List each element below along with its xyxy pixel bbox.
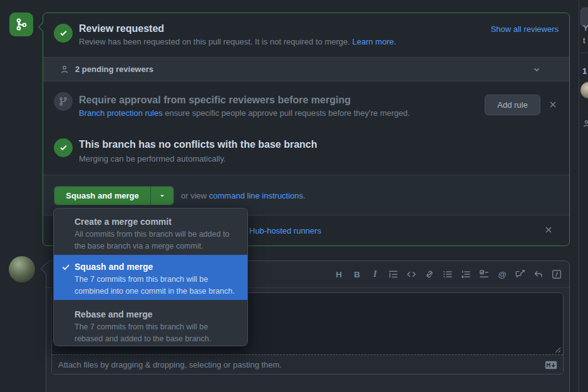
- sidebar-count-fragment: 1: [582, 66, 587, 76]
- branch-protection-link[interactable]: Branch protection rules: [79, 108, 163, 118]
- sidebar-text-fragment: Y: [583, 23, 588, 33]
- squash-and-merge-button[interactable]: Squash and merge: [54, 187, 150, 205]
- sidebar-partial-icon: [582, 119, 588, 128]
- ordered-list-icon[interactable]: [461, 269, 471, 279]
- menu-item-rebase-and-merge[interactable]: Rebase and merge The 7 commits from this…: [54, 300, 247, 346]
- menu-item-description: The 7 commits from this branch will be c…: [75, 274, 237, 297]
- menu-item-title: Rebase and merge: [75, 309, 237, 320]
- menu-item-description: All commits from this branch will be add…: [75, 229, 237, 252]
- check-icon: [61, 262, 71, 272]
- no-conflicts-title: This branch has no conflicts with the ba…: [79, 139, 317, 150]
- menu-item-squash-and-merge[interactable]: Squash and merge The 7 commits from this…: [54, 255, 247, 300]
- menu-item-create-merge-commit[interactable]: Create a merge commit All commits from t…: [54, 209, 247, 255]
- chevron-down-icon[interactable]: [532, 64, 542, 75]
- sidebar-avatar[interactable]: [580, 82, 588, 98]
- resize-gripper-icon[interactable]: [554, 346, 561, 353]
- hosted-runners-link[interactable]: Hub-hosted runners: [249, 226, 321, 235]
- task-list-icon[interactable]: [479, 269, 489, 279]
- review-requested-description: Review has been requested on this pull r…: [79, 37, 396, 46]
- sidebar-text-fragment: t: [583, 36, 585, 45]
- mention-icon[interactable]: @: [497, 269, 507, 279]
- cli-instructions-text: or view command line instructions.: [181, 191, 306, 200]
- reply-icon[interactable]: [534, 269, 544, 279]
- attach-files-bar[interactable]: Attach files by dragging & dropping, sel…: [52, 354, 563, 374]
- git-merge-badge: [9, 13, 33, 36]
- slash-commands-icon[interactable]: [552, 269, 562, 279]
- branch-protection-title: Require approval from specific reviewers…: [79, 95, 351, 106]
- markdown-toolbar: H B I: [334, 269, 562, 279]
- close-icon[interactable]: [544, 225, 554, 235]
- markdown-icon: [545, 361, 557, 369]
- git-branch-circle-icon: [54, 92, 73, 111]
- link-icon[interactable]: [425, 269, 435, 279]
- sidebar-divider: [579, 0, 579, 392]
- merge-box-notch: [38, 23, 47, 31]
- check-circle-icon: [54, 24, 73, 43]
- merge-button-group: Squash and merge: [54, 186, 174, 205]
- person-icon: [59, 64, 70, 75]
- review-requested-title: Review requested: [79, 23, 164, 34]
- no-conflicts-description: Merging can be performed automatically.: [79, 154, 226, 163]
- pending-reviewers-label: 2 pending reviewers: [75, 64, 153, 74]
- attach-files-hint: Attach files by dragging & dropping, sel…: [58, 360, 282, 369]
- sidebar-divider-line: [580, 53, 588, 53]
- menu-item-description: The 7 commits from this branch will be r…: [75, 321, 237, 344]
- cli-instructions-link[interactable]: command line instructions: [209, 191, 303, 200]
- menu-item-title: Squash and merge: [75, 261, 237, 272]
- cross-reference-icon[interactable]: [515, 269, 525, 279]
- quote-icon[interactable]: [388, 269, 398, 279]
- branch-protection-description: Branch protection rules ensure specific …: [79, 108, 410, 118]
- bold-icon[interactable]: B: [352, 269, 362, 279]
- close-icon[interactable]: [548, 100, 558, 110]
- merge-method-dropdown: Create a merge commit All commits from t…: [53, 208, 248, 346]
- code-icon[interactable]: [406, 269, 416, 279]
- learn-more-link[interactable]: Learn more.: [352, 37, 396, 46]
- menu-item-title: Create a merge commit: [75, 216, 237, 227]
- pull-request-merge-page: Review requested Review has been request…: [0, 0, 588, 392]
- italic-icon[interactable]: I: [370, 269, 380, 279]
- heading-icon[interactable]: H: [334, 269, 344, 279]
- git-merge-icon: [14, 18, 28, 31]
- merge-options-caret[interactable]: [150, 187, 173, 205]
- user-avatar: [9, 256, 35, 282]
- add-rule-button[interactable]: Add rule: [485, 95, 540, 115]
- unordered-list-icon[interactable]: [443, 269, 453, 279]
- check-circle-icon: [54, 138, 73, 157]
- pending-reviewers-row[interactable]: 2 pending reviewers: [43, 57, 569, 81]
- show-all-reviewers-link[interactable]: Show all reviewers: [491, 24, 559, 34]
